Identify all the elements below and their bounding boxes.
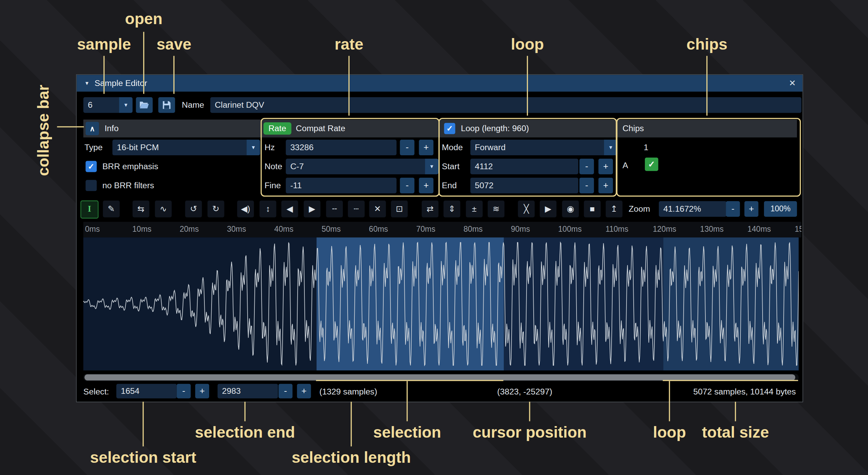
annotation-line-total-size xyxy=(735,402,736,421)
zoom-reset-button[interactable]: 100% xyxy=(764,201,797,217)
fine-input[interactable]: -11 xyxy=(286,178,397,193)
insert-silence-icon[interactable]: ╌ xyxy=(326,200,343,217)
loop-start-input[interactable]: 4112 xyxy=(470,159,578,174)
undo-icon[interactable]: ↺ xyxy=(185,200,202,217)
chips-header: Chips xyxy=(622,120,644,138)
apply-silence-icon[interactable]: ┄ xyxy=(348,200,365,217)
fine-decrement-button[interactable]: - xyxy=(400,178,415,193)
rate-header: Compat Rate xyxy=(296,120,345,138)
chevron-down-icon[interactable]: ▼ xyxy=(425,159,438,174)
sign-icon[interactable]: ± xyxy=(466,200,483,217)
loop-start-increment-button[interactable]: + xyxy=(598,159,613,174)
delete-icon[interactable]: ✕ xyxy=(369,200,386,217)
amplify-icon[interactable]: ◀) xyxy=(237,200,254,217)
note-label: Note xyxy=(265,159,282,174)
check-icon: ✓ xyxy=(446,124,453,133)
note-select[interactable]: C-7 ▼ xyxy=(286,159,438,174)
loop-end-increment-button[interactable]: + xyxy=(598,178,613,193)
invert-icon[interactable]: ⇕ xyxy=(444,200,460,217)
preview-icon[interactable]: ▶ xyxy=(540,200,556,217)
ruler-label: 50ms xyxy=(321,225,340,233)
ruler-label: 20ms xyxy=(180,225,199,233)
sample-size-text: 5072 samples, 10144 bytes xyxy=(693,384,796,400)
hz-decrement-button[interactable]: - xyxy=(400,140,415,155)
selection-start-input[interactable]: 1654 xyxy=(116,384,177,399)
hz-increment-button[interactable]: + xyxy=(419,140,434,155)
open-button[interactable] xyxy=(136,97,153,113)
zoom-input[interactable]: 41.1672% xyxy=(659,201,727,217)
hz-input[interactable]: 33286 xyxy=(286,140,397,155)
zoom-increment-button[interactable]: + xyxy=(745,201,758,217)
chevron-up-icon: ∧ xyxy=(89,124,95,133)
folder-open-icon xyxy=(139,101,149,109)
close-icon[interactable]: ✕ xyxy=(789,75,796,91)
collapse-info-button[interactable]: ∧ xyxy=(86,122,99,135)
resample-icon[interactable]: ∿ xyxy=(155,200,171,217)
no-brr-filters-checkbox[interactable] xyxy=(86,180,97,191)
selection-end-decrement-button[interactable]: - xyxy=(279,384,293,399)
selection-end-input[interactable]: 2983 xyxy=(218,384,278,399)
annotation-line-cursor-position xyxy=(529,402,530,421)
stop-preview-icon[interactable]: ■ xyxy=(584,200,601,217)
loop-end-decrement-button[interactable]: - xyxy=(580,178,594,193)
annotation-rate: rate xyxy=(335,36,363,54)
edit-draw-icon[interactable]: ✎ xyxy=(103,200,120,217)
selection-end-increment-button[interactable]: + xyxy=(297,384,311,399)
type-select[interactable]: 16-bit PCM ▼ xyxy=(113,140,260,155)
fade-out-icon[interactable]: ▶ xyxy=(304,200,320,217)
brr-emphasis-checkbox[interactable]: ✓ xyxy=(86,161,97,172)
title-bar[interactable]: ▼ Sample Editor ✕ xyxy=(77,75,802,91)
edit-select-icon[interactable]: I xyxy=(81,200,99,218)
ruler-label: 0ms xyxy=(85,225,100,233)
loop-end-label: End xyxy=(442,178,457,193)
annotation-selection-start: selection start xyxy=(90,448,196,467)
info-header: Info xyxy=(104,120,118,138)
rate-badge: Rate xyxy=(263,122,291,135)
zoom-decrement-button[interactable]: - xyxy=(726,201,740,217)
zoom-label: Zoom xyxy=(629,201,650,217)
sample-selector-value: 6 xyxy=(88,100,93,109)
loop-mode-select[interactable]: Forward ▼ xyxy=(470,140,617,155)
annotation-line-selection-length xyxy=(351,402,352,446)
chevron-down-icon[interactable]: ▼ xyxy=(119,97,132,113)
loop-enable-checkbox[interactable]: ✓ xyxy=(444,123,455,134)
chip-a-checkbox[interactable]: ✓ xyxy=(645,158,658,171)
chevron-down-icon[interactable]: ▼ xyxy=(604,140,617,155)
cursor-position-text: (3823, -25297) xyxy=(497,384,552,400)
window-title: Sample Editor xyxy=(95,75,147,91)
screenshot-stage: open sample save rate loop chips collaps… xyxy=(0,0,868,475)
name-input[interactable]: Clarinet DQV xyxy=(210,97,801,113)
ruler-label: 70ms xyxy=(416,225,435,233)
crossfade-loop-icon[interactable]: ╳ xyxy=(518,200,535,217)
sample-editor-window: ▼ Sample Editor ✕ 6 ▼ Name Clarinet DQV xyxy=(76,74,803,402)
trim-icon[interactable]: ⊡ xyxy=(391,200,407,217)
fine-increment-button[interactable]: + xyxy=(419,178,434,193)
annotation-sample: sample xyxy=(77,36,131,54)
waveform-display[interactable] xyxy=(83,238,799,370)
filter-icon[interactable]: ≋ xyxy=(488,200,504,217)
annotation-collapse-bar: collapse bar xyxy=(35,80,53,176)
waveform-plot xyxy=(83,238,799,370)
scrollbar-thumb[interactable] xyxy=(84,374,795,381)
selection-start-decrement-button[interactable]: - xyxy=(177,384,191,399)
normalize-icon[interactable]: ↕ xyxy=(260,200,276,217)
chevron-down-icon[interactable]: ▼ xyxy=(247,140,260,155)
loop-start-decrement-button[interactable]: - xyxy=(580,159,594,174)
selection-start-increment-button[interactable]: + xyxy=(195,384,209,399)
redo-icon[interactable]: ↻ xyxy=(207,200,224,217)
ruler-label: 120ms xyxy=(653,225,676,233)
selection-length-text: (1329 samples) xyxy=(319,384,377,400)
ruler-label: 150ms xyxy=(795,225,802,233)
sample-selector[interactable]: 6 ▼ xyxy=(83,97,133,113)
no-brr-filters-label: no BRR filters xyxy=(102,178,154,193)
save-button[interactable] xyxy=(158,97,175,113)
resize-icon[interactable]: ⇆ xyxy=(133,200,149,217)
preview-from-cursor-icon[interactable]: ◉ xyxy=(562,200,579,217)
collapse-window-icon[interactable]: ▼ xyxy=(84,75,89,91)
create-wavetable-icon[interactable]: ↥ xyxy=(606,200,622,217)
reverse-icon[interactable]: ⇄ xyxy=(422,200,438,217)
fade-in-icon[interactable]: ◀ xyxy=(281,200,298,217)
loop-end-input[interactable]: 5072 xyxy=(470,178,578,193)
annotation-line-loop-bottom xyxy=(669,381,670,421)
loop-start-label: Start xyxy=(442,159,460,174)
